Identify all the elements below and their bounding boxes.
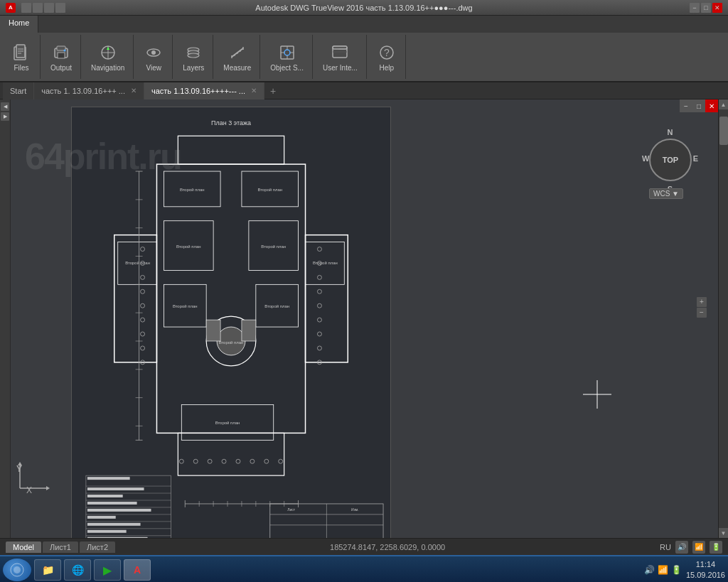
quick-access-toolbar xyxy=(21,3,65,13)
doc-tab-doc1-close[interactable]: ✕ xyxy=(131,87,136,95)
ribbon-btn-layers[interactable]: Layers xyxy=(178,38,208,75)
clock[interactable]: 11:14 15.09.2016 xyxy=(686,559,725,581)
svg-point-145 xyxy=(14,566,21,573)
qa-undo[interactable] xyxy=(33,3,43,13)
inner-close-btn[interactable]: ✕ xyxy=(705,99,718,112)
svg-text:Второй план: Второй план xyxy=(125,261,150,265)
svg-rect-139 xyxy=(87,523,141,526)
coordinate-display: 185274.8147, 2258.6029, 0.0000 xyxy=(330,543,445,551)
taskbar-chrome[interactable]: 🌐 xyxy=(64,559,91,581)
crosshair xyxy=(583,380,611,410)
layers-icon xyxy=(183,43,203,63)
tray-network-icon[interactable]: 📶 xyxy=(658,565,668,575)
ribbon-btn-help[interactable]: ? Help xyxy=(373,38,401,75)
scroll-track[interactable] xyxy=(719,109,729,528)
ribbon-btn-objectsnap[interactable]: Object S... xyxy=(266,38,308,75)
ribbon-btn-output[interactable]: Output xyxy=(46,38,76,75)
ribbon-group-layers: Layers xyxy=(174,35,213,79)
ribbon-content: Files Output xyxy=(0,33,728,81)
left-panel-btn-1[interactable]: ◀ xyxy=(1,102,9,111)
close-button[interactable]: ✕ xyxy=(712,3,722,13)
doc-tab-doc1[interactable]: часть 1. 13.09.16+++ ... ✕ xyxy=(34,82,144,99)
maximize-button[interactable]: □ xyxy=(701,3,711,13)
zoom-out-btn[interactable]: − xyxy=(697,308,707,318)
svg-rect-141 xyxy=(87,537,148,538)
scroll-down-btn[interactable]: ▼ xyxy=(719,528,729,538)
compass: N W TOP E S WCS ▼ xyxy=(643,128,697,199)
compass-top-label: TOP xyxy=(649,139,692,181)
system-tray: 🔊 📶 🔋 xyxy=(644,565,682,575)
document-tabs: Start часть 1. 13.09.16+++ ... ✕ часть 1… xyxy=(0,82,728,99)
svg-rect-66 xyxy=(206,320,220,341)
ribbon-btn-userinterface[interactable]: User Inte... xyxy=(318,38,362,75)
qa-redo[interactable] xyxy=(44,3,54,13)
ribbon-group-files: Files xyxy=(3,35,41,79)
model-tab-sheet2[interactable]: Лист2 xyxy=(80,541,115,553)
status-bar: Model Лист1 Лист2 185274.8147, 2258.6029… xyxy=(0,538,728,555)
output-label: Output xyxy=(50,64,72,72)
clock-time: 11:14 xyxy=(686,559,725,570)
qa-extra[interactable] xyxy=(55,3,65,13)
ribbon-btn-view[interactable]: View xyxy=(139,38,168,75)
ribbon-group-output: Output xyxy=(42,35,81,79)
objectsnap-icon xyxy=(277,43,297,63)
model-tab-sheet1[interactable]: Лист1 xyxy=(43,541,78,553)
autocad-icon: A xyxy=(130,563,144,577)
scroll-thumb[interactable] xyxy=(719,117,728,145)
right-scrollbar[interactable]: ▲ ▼ xyxy=(718,99,728,538)
tray-volume-icon[interactable]: 🔊 xyxy=(644,565,655,575)
ribbon-tabs: Home xyxy=(0,16,728,33)
ribbon-btn-navigation[interactable]: Navigation xyxy=(87,38,129,75)
inner-maximize-btn[interactable]: □ xyxy=(692,99,705,112)
doc-tab-doc2-close[interactable]: ✕ xyxy=(251,87,257,95)
svg-marker-12 xyxy=(107,47,109,50)
measure-label: Measure xyxy=(223,64,251,72)
navigation-icon xyxy=(98,43,118,63)
svg-rect-138 xyxy=(87,516,116,519)
doc-tab-add[interactable]: + xyxy=(264,83,282,99)
inner-minimize-btn[interactable]: − xyxy=(680,99,692,112)
left-panel-btn-2[interactable]: ▶ xyxy=(1,112,9,121)
title-bar-left: A xyxy=(6,3,65,13)
app-icon: A xyxy=(6,3,16,13)
tray-battery-icon[interactable]: 🔋 xyxy=(671,565,682,575)
status-battery-icon[interactable]: 🔋 xyxy=(710,541,722,554)
status-sound-icon[interactable]: 🔊 xyxy=(675,541,688,554)
taskbar-autocad[interactable]: A xyxy=(124,559,151,581)
ribbon-group-navigation: Navigation xyxy=(82,35,134,79)
ribbon-group-userinterface: User Inte... xyxy=(314,35,367,79)
canvas-area[interactable]: 64print.ru Y X План 3 этажа xyxy=(11,99,718,538)
status-network-icon[interactable]: 📶 xyxy=(692,541,705,554)
ribbon-btn-files[interactable]: Files xyxy=(7,38,36,75)
qa-save[interactable] xyxy=(21,3,31,13)
start-button[interactable] xyxy=(3,559,31,581)
layers-label: Layers xyxy=(183,64,204,72)
svg-rect-67 xyxy=(242,320,256,341)
doc-tab-doc2[interactable]: часть 1.13.09.16++++--- ... ✕ xyxy=(144,82,264,99)
userinterface-label: User Inte... xyxy=(323,64,358,72)
axis-indicator xyxy=(16,460,52,495)
files-label: Files xyxy=(14,64,28,72)
tab-home[interactable]: Home xyxy=(0,16,38,33)
clock-date: 15.09.2016 xyxy=(686,570,725,581)
svg-rect-40 xyxy=(72,107,390,538)
svg-text:План 3 этажа: План 3 этажа xyxy=(211,119,251,126)
model-tab-model[interactable]: Model xyxy=(6,541,41,553)
help-label: Help xyxy=(380,64,395,72)
svg-text:Второй план: Второй план xyxy=(219,340,244,345)
svg-rect-133 xyxy=(87,477,130,480)
svg-text:Второй план: Второй план xyxy=(264,304,289,308)
compass-east: E xyxy=(693,154,698,163)
doc-tab-start[interactable]: Start xyxy=(3,82,34,99)
zoom-in-btn[interactable]: + xyxy=(697,297,707,307)
taskbar-mediaplayer[interactable]: ▶ xyxy=(94,559,121,581)
ribbon-btn-measure[interactable]: Measure xyxy=(219,38,255,75)
svg-text:Второй план: Второй план xyxy=(215,421,240,425)
window-title: Autodesk DWG TrueView 2016 часть 1.13.09… xyxy=(255,4,472,12)
wcs-badge[interactable]: WCS ▼ xyxy=(649,188,683,199)
taskbar-explorer[interactable]: 📁 xyxy=(34,559,61,581)
compass-west: W xyxy=(642,154,649,163)
scroll-up-btn[interactable]: ▲ xyxy=(719,99,729,109)
userinterface-icon xyxy=(330,43,350,63)
minimize-button[interactable]: − xyxy=(690,3,700,13)
